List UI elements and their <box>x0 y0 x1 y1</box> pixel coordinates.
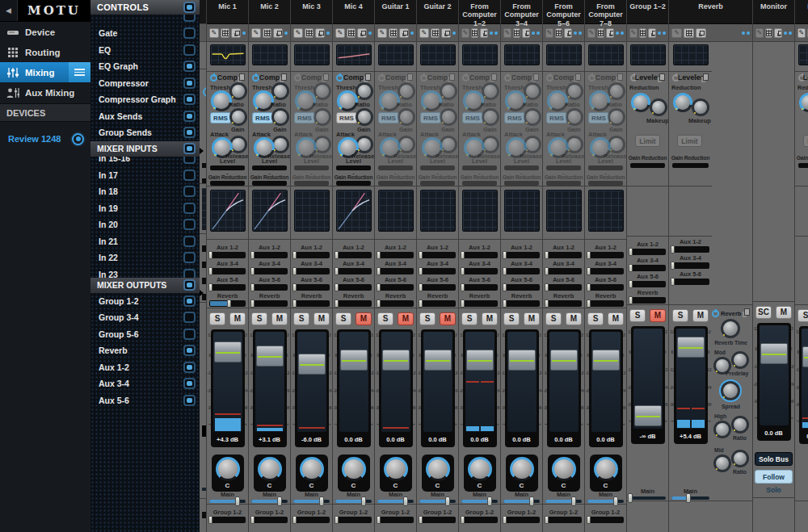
copy-comp-settings-icon[interactable] <box>365 73 371 81</box>
fader-track[interactable] <box>423 332 452 432</box>
mute-button[interactable]: M <box>398 312 414 325</box>
eq-thumbnail[interactable] <box>291 44 332 72</box>
send-slider-handle[interactable] <box>629 248 633 256</box>
group-send-slider[interactable] <box>251 517 288 523</box>
edit-channel-icon[interactable]: ✎ <box>377 28 387 38</box>
send-slider[interactable] <box>461 284 498 291</box>
controls-checkbox-group-1-2[interactable] <box>183 295 196 307</box>
group-send-slider[interactable] <box>503 517 540 523</box>
edit-channel-icon[interactable]: ✎ <box>797 28 806 38</box>
send-slider[interactable] <box>419 284 456 291</box>
controls-item-group-1-2[interactable]: Group 1-2 <box>90 293 200 310</box>
send-slider[interactable] <box>335 252 372 258</box>
ratio-knob[interactable] <box>314 82 331 100</box>
edit-channel-icon[interactable]: ✎ <box>419 28 429 38</box>
copy-channel-icon[interactable] <box>273 28 283 38</box>
controls-checkbox-compressor-graph[interactable] <box>183 94 196 105</box>
fader-track[interactable] <box>633 329 663 429</box>
limit-button[interactable]: Limit <box>635 135 660 147</box>
group-send-handle[interactable] <box>503 516 507 524</box>
copy-channel-icon[interactable] <box>480 28 488 38</box>
send-slider[interactable] <box>251 284 288 291</box>
controls-item-in-18[interactable]: In 18 <box>90 183 200 200</box>
send-slider-handle[interactable] <box>377 283 381 291</box>
edit-channel-icon[interactable]: ✎ <box>671 28 682 38</box>
mid-ratio-knob[interactable] <box>731 450 749 467</box>
routing-grid-icon[interactable] <box>347 28 356 38</box>
rms-button[interactable]: RMS <box>420 112 441 124</box>
gain-knob[interactable] <box>566 108 583 126</box>
solo-button[interactable]: S <box>251 312 267 325</box>
send-slider[interactable] <box>587 268 624 274</box>
send-slider[interactable] <box>461 300 498 307</box>
ratio-knob[interactable] <box>566 82 583 100</box>
send-slider-handle[interactable] <box>671 278 675 286</box>
send-slider-handle[interactable] <box>250 283 255 291</box>
group-send-slider[interactable] <box>587 517 624 523</box>
rms-button[interactable]: RMS <box>546 112 567 124</box>
send-slider-handle[interactable] <box>587 251 591 259</box>
rms-button[interactable]: RMS <box>294 112 315 124</box>
controls-checkbox-aux-5-6[interactable] <box>183 395 196 406</box>
send-slider-handle[interactable] <box>292 251 297 259</box>
sidebar-item-mixing[interactable]: Mixing <box>0 62 90 82</box>
main-send-slider[interactable] <box>587 500 624 503</box>
send-slider[interactable] <box>545 300 582 307</box>
group-send-handle[interactable] <box>292 516 297 524</box>
reverb-time-knob[interactable] <box>721 319 740 338</box>
fader[interactable]: 0.0 dB <box>379 329 413 447</box>
edit-channel-icon[interactable]: ✎ <box>335 28 345 38</box>
fader[interactable]: 0.0 dB <box>421 329 455 447</box>
send-slider-handle[interactable] <box>545 251 549 259</box>
routing-grid-icon[interactable] <box>597 28 605 38</box>
send-slider[interactable] <box>629 265 666 271</box>
eq-thumbnail[interactable] <box>585 44 626 72</box>
send-slider[interactable] <box>419 268 456 274</box>
pan-knob[interactable]: C <box>380 455 412 492</box>
fader-track[interactable] <box>213 332 242 432</box>
eq-thumbnail[interactable] <box>375 44 416 72</box>
fader-track[interactable] <box>381 332 410 432</box>
send-slider-handle[interactable] <box>377 300 381 308</box>
main-send-slider[interactable] <box>419 500 456 503</box>
send-slider[interactable] <box>503 300 540 307</box>
fader[interactable]: 0.0 dB <box>589 329 623 447</box>
fader-cap[interactable] <box>424 350 452 371</box>
send-slider[interactable] <box>251 252 288 258</box>
eq-thumbnail[interactable] <box>207 44 248 72</box>
send-slider[interactable] <box>419 252 456 258</box>
rms-button[interactable]: RMS <box>588 112 609 124</box>
copy-comp-settings-icon[interactable] <box>449 73 455 81</box>
send-slider[interactable] <box>209 300 246 307</box>
main-send-slider[interactable] <box>503 500 540 503</box>
pan-knob[interactable]: C <box>338 455 370 492</box>
controls-checkbox-group-5-6[interactable] <box>183 329 196 340</box>
send-slider-handle[interactable] <box>503 283 507 291</box>
copy-reverb-settings-icon[interactable] <box>744 308 750 316</box>
reduction-knob[interactable] <box>673 93 692 112</box>
send-slider-handle[interactable] <box>671 245 675 253</box>
send-slider-handle[interactable] <box>461 300 465 308</box>
channel-name[interactable]: From Computer 1–2 <box>459 0 500 24</box>
spread-knob[interactable] <box>721 381 740 400</box>
send-slider[interactable] <box>209 252 246 258</box>
solo-button[interactable]: S <box>503 312 520 325</box>
mute-button[interactable]: M <box>650 309 666 322</box>
controls-checkbox-gate[interactable] <box>183 27 196 39</box>
ratio-knob[interactable] <box>524 82 541 100</box>
copy-channel-icon[interactable] <box>564 28 572 38</box>
copy-channel-icon[interactable] <box>774 28 782 38</box>
send-slider-handle[interactable] <box>461 251 465 259</box>
send-slider-handle[interactable] <box>250 251 255 259</box>
controls-item-compressor-graph[interactable]: Compressor Graph <box>90 91 200 108</box>
comp-graph-row[interactable] <box>375 190 416 240</box>
channel-name[interactable]: Group 1–2 <box>627 0 668 24</box>
channel-name[interactable]: Mic 2 <box>249 0 290 24</box>
channel-dot-icon[interactable] <box>616 31 624 35</box>
controls-item-in-19[interactable]: In 19 <box>90 200 200 217</box>
send-slider-handle[interactable] <box>503 251 507 259</box>
channel-dot-icon[interactable] <box>574 31 582 35</box>
send-slider[interactable] <box>377 300 414 307</box>
fader[interactable]: 0.0 dB <box>337 329 371 447</box>
send-slider-handle[interactable] <box>545 300 549 308</box>
